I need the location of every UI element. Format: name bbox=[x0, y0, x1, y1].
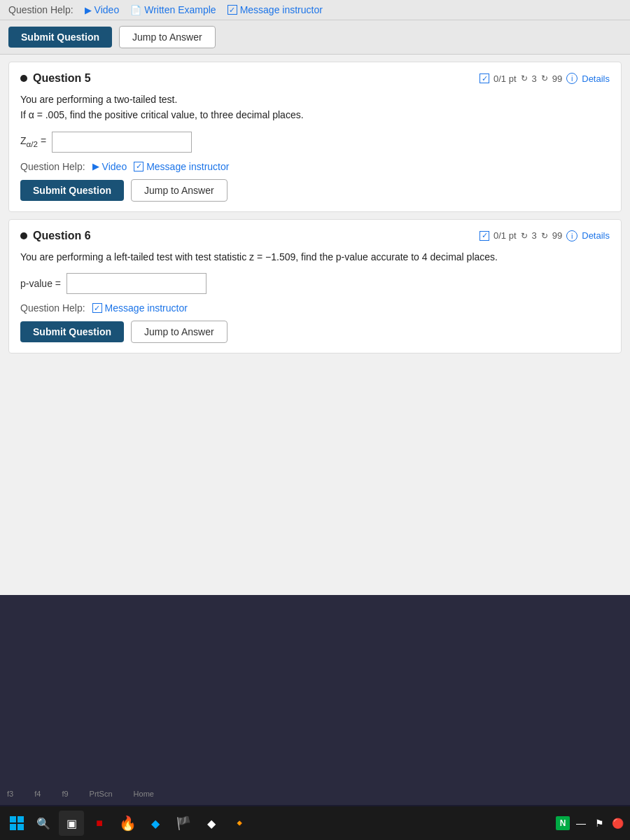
message-instructor-link-top[interactable]: ✓ Message instructor bbox=[227, 4, 323, 15]
q6-score: 0/1 pt bbox=[493, 230, 517, 241]
q6-info-icon[interactable]: i bbox=[566, 230, 578, 241]
q5-retries: 3 bbox=[532, 74, 537, 84]
tray-n-icon[interactable]: N bbox=[556, 816, 570, 830]
taskbar-app-6[interactable]: ◆ bbox=[199, 811, 224, 836]
q5-undo-icon: ↻ bbox=[521, 74, 528, 83]
question-5-meta: ✓ 0/1 pt ↻ 3 ↻ 99 i Details bbox=[479, 73, 610, 84]
question-5-body: You are performing a two-tailed test. If… bbox=[20, 92, 610, 123]
svg-rect-2 bbox=[10, 824, 16, 830]
q5-input-row: Zα/2 = bbox=[20, 132, 610, 153]
tray-circle-icon[interactable]: 🔴 bbox=[610, 816, 624, 830]
home-key: Home bbox=[134, 790, 154, 798]
question-5-bullet bbox=[20, 75, 27, 82]
question-6-title-text: Question 6 bbox=[33, 230, 91, 242]
q5-message-icon: ✓ bbox=[134, 162, 144, 172]
taskbar: 🔍 ▣ ■ 🔥 ◆ 🏴 ◆ 🔸 N — ⚑ 🔴 bbox=[0, 806, 630, 840]
q5-submit-button[interactable]: Submit Question bbox=[20, 180, 124, 201]
q5-message-link[interactable]: ✓ Message instructor bbox=[134, 161, 229, 172]
top-actions-bar: Submit Question Jump to Answer bbox=[0, 20, 630, 55]
q6-undo-icon: ↻ bbox=[521, 231, 528, 241]
taskbar-app-4[interactable]: ◆ bbox=[143, 811, 168, 836]
q5-jump-button[interactable]: Jump to Answer bbox=[131, 179, 227, 202]
message-instructor-label-top: Message instructor bbox=[240, 4, 323, 15]
question-6-section: Question 6 ✓ 0/1 pt ↻ 3 ↻ 99 i Details Y… bbox=[8, 219, 622, 354]
q5-video-icon: ▶ bbox=[92, 161, 99, 172]
taskbar-apps: ▣ ■ 🔥 ◆ 🏴 ◆ 🔸 bbox=[59, 811, 552, 836]
top-submit-button[interactable]: Submit Question bbox=[8, 27, 112, 48]
taskbar-app-5[interactable]: 🏴 bbox=[171, 811, 196, 836]
taskbar-app-1[interactable]: ▣ bbox=[59, 811, 84, 836]
taskbar-app-3[interactable]: 🔥 bbox=[115, 811, 140, 836]
question-6-body: You are performing a left-tailed test wi… bbox=[20, 249, 610, 265]
q6-answer-input[interactable] bbox=[66, 273, 206, 294]
top-jump-button[interactable]: Jump to Answer bbox=[119, 26, 216, 48]
question-6-header: Question 6 ✓ 0/1 pt ↻ 3 ↻ 99 i Details bbox=[20, 230, 610, 242]
help-label: Question Help: bbox=[8, 4, 74, 15]
q6-message-link[interactable]: ✓ Message instructor bbox=[92, 302, 188, 314]
q6-details-link[interactable]: Details bbox=[582, 230, 610, 241]
q5-refresh-icon: ↻ bbox=[541, 74, 548, 83]
search-button[interactable]: 🔍 bbox=[32, 812, 55, 834]
prtscn-key: PrtScn bbox=[90, 790, 113, 798]
q6-jump-button[interactable]: Jump to Answer bbox=[131, 321, 227, 343]
f9-key: f9 bbox=[62, 790, 68, 798]
q5-details-link[interactable]: Details bbox=[582, 74, 610, 84]
svg-rect-3 bbox=[18, 824, 24, 830]
checkbox-icon: ✓ bbox=[227, 5, 237, 15]
taskbar-tray: N — ⚑ 🔴 bbox=[556, 816, 624, 830]
written-example-link[interactable]: 📄 Written Example bbox=[130, 4, 216, 15]
keyboard-key-labels: f3 f4 f9 PrtScn Home bbox=[7, 790, 154, 798]
q5-input-label: Zα/2 = bbox=[20, 135, 46, 148]
question-5-title-text: Question 5 bbox=[33, 72, 91, 85]
q6-submissions: 99 bbox=[552, 230, 562, 241]
q5-submissions: 99 bbox=[552, 74, 562, 84]
video-icon: ▶ bbox=[85, 5, 92, 15]
q5-message-label: Message instructor bbox=[146, 161, 229, 172]
question-5-title: Question 5 bbox=[20, 72, 91, 85]
taskbar-app-1-icon: ▣ bbox=[66, 817, 77, 830]
question-6-title: Question 6 bbox=[20, 230, 91, 242]
taskbar-app-2-icon: ■ bbox=[96, 817, 103, 830]
question-6-bullet bbox=[20, 232, 27, 239]
start-button[interactable] bbox=[6, 812, 28, 834]
q5-input-sub: α/2 bbox=[27, 139, 38, 148]
written-example-label: Written Example bbox=[144, 4, 216, 15]
taskbar-app-3-icon: 🔥 bbox=[119, 815, 136, 832]
q5-body-line1: You are performing a two-tailed test. bbox=[20, 92, 610, 107]
q5-check-icon: ✓ bbox=[479, 74, 489, 83]
question-5-header: Question 5 ✓ 0/1 pt ↻ 3 ↻ 99 i Details bbox=[20, 72, 610, 85]
q6-message-label: Message instructor bbox=[105, 302, 188, 314]
svg-rect-1 bbox=[18, 816, 24, 822]
q6-input-label: p-value = bbox=[20, 278, 61, 289]
taskbar-app-4-icon: ◆ bbox=[151, 817, 160, 830]
document-icon: 📄 bbox=[130, 5, 141, 15]
taskbar-app-2[interactable]: ■ bbox=[87, 811, 112, 836]
taskbar-app-5-icon: 🏴 bbox=[176, 816, 191, 831]
tray-minus-icon[interactable]: — bbox=[574, 816, 588, 830]
q5-answer-input[interactable] bbox=[52, 132, 192, 153]
question-6-meta: ✓ 0/1 pt ↻ 3 ↻ 99 i Details bbox=[479, 230, 610, 241]
taskbar-app-7[interactable]: 🔸 bbox=[227, 811, 252, 836]
q5-info-icon[interactable]: i bbox=[566, 73, 578, 84]
q5-help-bar: Question Help: ▶ Video ✓ Message instruc… bbox=[20, 161, 610, 172]
keyboard-area: f3 f4 f9 PrtScn Home bbox=[0, 595, 630, 805]
taskbar-app-7-icon: 🔸 bbox=[232, 816, 247, 831]
q6-input-row: p-value = bbox=[20, 273, 610, 294]
q6-check-icon: ✓ bbox=[479, 231, 489, 241]
q5-body-line2: If α = .005, find the positive critical … bbox=[20, 107, 610, 122]
taskbar-app-6-icon: ◆ bbox=[207, 817, 216, 830]
svg-rect-0 bbox=[10, 816, 16, 822]
tray-flag-icon[interactable]: ⚑ bbox=[592, 816, 606, 830]
q6-submit-button[interactable]: Submit Question bbox=[20, 321, 124, 342]
q5-help-label: Question Help: bbox=[20, 161, 85, 172]
q5-video-link[interactable]: ▶ Video bbox=[92, 161, 127, 172]
bottom-area: f3 f4 f9 PrtScn Home bbox=[0, 595, 630, 840]
video-link[interactable]: ▶ Video bbox=[85, 4, 120, 15]
video-label: Video bbox=[94, 4, 120, 15]
q5-score: 0/1 pt bbox=[493, 74, 517, 84]
f4-key: f4 bbox=[34, 790, 41, 798]
q6-body-text: You are performing a left-tailed test wi… bbox=[20, 249, 610, 265]
q6-message-icon: ✓ bbox=[92, 303, 102, 313]
q5-buttons: Submit Question Jump to Answer bbox=[20, 179, 610, 202]
top-help-bar: Question Help: ▶ Video 📄 Written Example… bbox=[0, 0, 630, 20]
